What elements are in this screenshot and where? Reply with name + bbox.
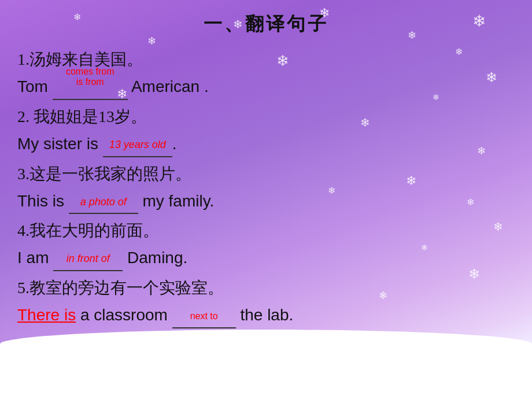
sentence-4-chinese: 4.我在大明的前面。 bbox=[17, 219, 515, 243]
sentence-3-after: my family. bbox=[138, 192, 215, 210]
sentence-1-before: Tom bbox=[17, 77, 53, 95]
sentence-5-answer: next to bbox=[190, 311, 218, 321]
sentence-3-before: This is bbox=[17, 192, 69, 210]
sentence-3-english: This is a photo of my family. bbox=[17, 187, 515, 215]
sentence-5-middle: a classroom bbox=[76, 306, 172, 324]
content-area: 一、翻译句子 1.汤姆来自美国。 Tom comes from is from … bbox=[0, 6, 532, 339]
snow-ground-left bbox=[0, 347, 202, 399]
sentence-2-blank: 13 years old bbox=[103, 130, 172, 157]
sentence-2-answer: 13 years old bbox=[109, 139, 166, 150]
sentence-1-answer-bottom: is from bbox=[53, 75, 128, 90]
sentence-3-answer: a photo of bbox=[80, 196, 127, 208]
sentence-4-blank: in front of bbox=[53, 244, 123, 271]
sentence-4-answer: in front of bbox=[66, 253, 110, 264]
sentence-2-english: My sister is 13 years old. bbox=[17, 130, 515, 157]
sentence-5-after: the lab. bbox=[236, 306, 294, 324]
sentence-4-english: I am in front of Daming. bbox=[17, 244, 515, 271]
page-title: 一、翻译句子 bbox=[17, 12, 515, 37]
sentence-1-after: American . bbox=[128, 77, 209, 95]
there-is-phrase: There is bbox=[17, 306, 76, 324]
background: ❄ ❄ ❄ ❄ ❄ ❄ ❄ ❄ ❄ ❄ ❄ ❄ ❄ ❄ ❄ ❄ ❄ ❄ ❄ ❄ … bbox=[0, 0, 532, 399]
sentence-3-blank: a photo of bbox=[69, 187, 138, 215]
sentence-4-before: I am bbox=[17, 249, 53, 267]
sentence-3-chinese: 3.这是一张我家的照片。 bbox=[17, 162, 515, 186]
sentence-4-after: Daming. bbox=[123, 249, 187, 267]
sentence-5-blank: next to bbox=[172, 301, 236, 328]
sentence-5-chinese: 5.教室的旁边有一个实验室。 bbox=[17, 276, 515, 300]
sentence-1-english: Tom comes from is from American . bbox=[17, 73, 515, 100]
sentence-1-blank: comes from is from bbox=[53, 73, 128, 100]
sentence-5-english: There is a classroom next to the lab. bbox=[17, 301, 515, 328]
sentence-2-chinese: 2. 我姐姐是13岁。 bbox=[17, 105, 515, 129]
sentence-2-before: My sister is bbox=[17, 135, 103, 153]
sentence-2-after: . bbox=[172, 135, 177, 153]
snow-ground-right bbox=[347, 341, 532, 399]
